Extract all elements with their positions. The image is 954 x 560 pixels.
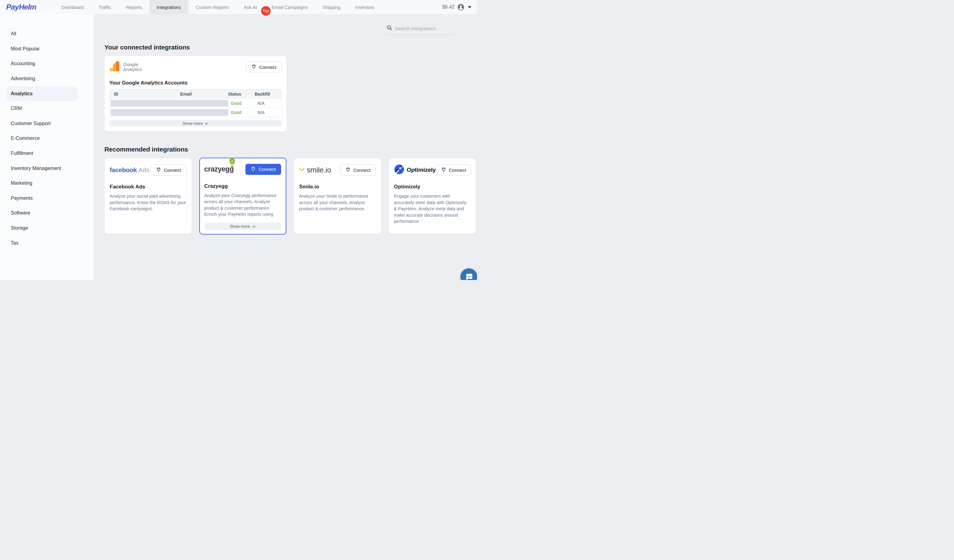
sidebar-item-customer-support[interactable]: Customer Support: [0, 116, 94, 131]
ga-accounts-table: ID Email Status Backfill Good N/A Good N…: [109, 89, 282, 117]
sidebar-item-storage[interactable]: Storage: [0, 221, 94, 236]
google-analytics-logo: Google Analytics: [109, 61, 142, 73]
card-title: Smile.io: [299, 184, 376, 190]
sidebar-item-analytics-label: Analytics: [6, 86, 78, 101]
crazyegg-balloon-icon: c: [229, 158, 235, 170]
plug-icon: [345, 167, 351, 173]
sidebar-item-marketing[interactable]: Marketing: [0, 176, 94, 191]
google-analytics-logo-text: Google Analytics: [123, 62, 142, 72]
main-nav: Dashboard Traffic Reports Integrations C…: [54, 0, 382, 14]
chat-bubble-icon: [465, 272, 473, 280]
crazyegg-logo: crazyegg c: [204, 165, 234, 173]
facebook-ads-connect-button[interactable]: Connect: [151, 165, 186, 176]
smile-io-card: smile.io Connect Smile.io Analyze your S: [294, 158, 381, 234]
nav-item-custom-reports[interactable]: Custom Reports: [188, 0, 236, 14]
nav-item-reports[interactable]: Reports: [118, 0, 150, 14]
column-header-id: ID: [110, 92, 144, 96]
plug-icon: [251, 166, 256, 173]
backfill-value: N/A: [255, 110, 281, 115]
crazyegg-connect-button[interactable]: Connect: [245, 164, 281, 175]
status-value: Good: [228, 110, 255, 115]
redacted-account-bar: [111, 109, 228, 116]
redacted-account-bar: [111, 100, 228, 107]
plug-icon: [156, 167, 161, 173]
sidebar-item-most-popular[interactable]: Most Popular: [0, 42, 94, 56]
table-row: Good N/A: [110, 107, 281, 117]
column-header-status: Status: [228, 92, 255, 96]
table-row: Good N/A: [110, 98, 281, 107]
sidebar-item-payments[interactable]: Payments: [0, 191, 94, 206]
crazyegg-show-more-button[interactable]: Show more: [204, 223, 281, 230]
card-description: Analyze your social paid advertising per…: [110, 193, 186, 212]
smile-io-logo: smile.io: [299, 166, 331, 174]
search-icon: [387, 25, 392, 32]
table-header-row: ID Email Status Backfill: [110, 89, 281, 98]
plug-icon: [441, 167, 446, 173]
sidebar-item-crm[interactable]: CRM: [0, 101, 94, 116]
status-value: Good: [228, 101, 255, 106]
optimizely-logo: Optimizely: [394, 164, 436, 176]
smile-icon: [299, 167, 304, 173]
column-header-email: Email: [144, 92, 228, 96]
column-header-backfill: Backfill: [255, 92, 281, 96]
sidebar-item-advertising[interactable]: Advertising: [0, 71, 94, 86]
plug-icon: [251, 64, 257, 70]
nav-item-inventory[interactable]: Inventory: [348, 0, 382, 14]
nav-item-integrations[interactable]: Integrations: [150, 0, 188, 14]
chevron-down-icon: [205, 121, 208, 126]
sidebar-item-e-commerce[interactable]: E-Commerce: [0, 131, 94, 146]
nav-item-traffic[interactable]: Traffic: [91, 0, 118, 14]
ask-ai-label: Ask AI: [244, 5, 257, 10]
optimizely-connect-button[interactable]: Connect: [436, 165, 471, 176]
main-content: Your connected integrations Google: [94, 14, 477, 280]
card-title: Optimizely: [394, 184, 471, 190]
nav-item-ask-ai[interactable]: Ask AI Try!: [237, 0, 265, 14]
card-title: Facebook Ads: [110, 184, 186, 190]
backfill-value: N/A: [255, 101, 281, 106]
sidebar-item-inventory-management[interactable]: Inventory Management: [0, 161, 94, 176]
card-description: Analyze your Smile.io performance across…: [299, 193, 376, 212]
account-menu-caret-icon[interactable]: [468, 6, 471, 8]
ga-accounts-table-title: Your Google Analytics Accounts: [109, 80, 282, 86]
sidebar-item-software[interactable]: Software: [0, 205, 94, 221]
google-analytics-bar-chart-icon: [109, 61, 120, 73]
smile-io-connect-button[interactable]: Connect: [340, 165, 376, 176]
nav-item-email-campaigns[interactable]: Email Campaigns: [264, 0, 315, 14]
sidebar-item-all[interactable]: All: [0, 26, 94, 42]
nav-right: $6.42: [442, 0, 477, 14]
card-title: Crazyegg: [204, 183, 281, 189]
recommended-integrations-heading: Recommended integrations: [104, 146, 477, 153]
recommended-cards-row: facebookAds Connect Facebook Ads Analyze: [104, 158, 477, 235]
sidebar-item-tax[interactable]: Tax: [0, 235, 94, 250]
google-analytics-connect-button[interactable]: Connect: [246, 61, 282, 73]
search-box: [387, 25, 455, 35]
top-nav: PayHelm Dashboard Traffic Reports Integr…: [0, 0, 477, 14]
crazyegg-card: crazyegg c: [199, 158, 286, 235]
card-description: Engage your customers with accurately st…: [394, 193, 471, 225]
payhelm-logo[interactable]: PayHelm: [0, 0, 54, 14]
facebook-ads-card: facebookAds Connect Facebook Ads Analyze: [104, 158, 192, 234]
svg-text:c: c: [231, 159, 233, 163]
facebook-ads-logo: facebookAds: [110, 166, 150, 174]
account-balance: $6.42: [442, 4, 455, 10]
user-avatar-icon[interactable]: [458, 4, 464, 11]
search-input[interactable]: [395, 26, 450, 31]
nav-item-dashboard[interactable]: Dashboard: [54, 0, 91, 14]
nav-item-shipping[interactable]: Shipping: [315, 0, 348, 14]
optimizely-icon: [394, 164, 404, 176]
optimizely-card: Optimizely Connect Optimizely Engage you: [389, 158, 476, 234]
sidebar-item-accounting[interactable]: Accounting: [0, 56, 94, 71]
sidebar-item-analytics[interactable]: Analytics: [0, 86, 94, 101]
card-description: Analyze your Crazyegg performance across…: [204, 192, 281, 218]
sidebar-item-fulfillment[interactable]: Fulfillment: [0, 146, 94, 161]
try-badge: Try!: [261, 6, 271, 16]
chevron-down-icon: [252, 224, 256, 229]
ga-show-more-button[interactable]: Show more: [109, 120, 282, 127]
google-analytics-card: Google Analytics Connect Your Goo: [104, 56, 287, 132]
category-sidebar: All Most Popular Accounting Advertising …: [0, 14, 94, 280]
